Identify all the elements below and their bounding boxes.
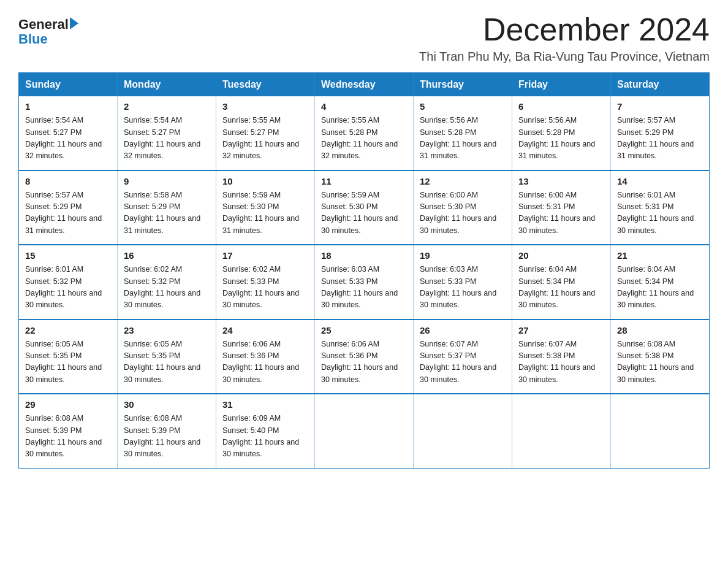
day-info: Sunrise: 5:56 AMSunset: 5:28 PMDaylight:…	[420, 115, 506, 163]
calendar-cell: 14 Sunrise: 6:01 AMSunset: 5:31 PMDaylig…	[611, 170, 710, 245]
day-number: 24	[222, 325, 308, 335]
day-number: 30	[124, 399, 210, 410]
day-info: Sunrise: 6:03 AMSunset: 5:33 PMDaylight:…	[321, 264, 407, 312]
day-info: Sunrise: 6:08 AMSunset: 5:38 PMDaylight:…	[617, 339, 703, 386]
day-info: Sunrise: 5:57 AMSunset: 5:29 PMDaylight:…	[25, 190, 111, 237]
calendar-cell: 23 Sunrise: 6:05 AMSunset: 5:35 PMDaylig…	[118, 320, 216, 394]
day-info: Sunrise: 6:07 AMSunset: 5:38 PMDaylight:…	[518, 339, 604, 386]
calendar-cell: 11 Sunrise: 5:59 AMSunset: 5:30 PMDaylig…	[315, 170, 414, 245]
day-info: Sunrise: 6:06 AMSunset: 5:36 PMDaylight:…	[321, 339, 407, 386]
calendar-header-thursday: Thursday	[414, 73, 512, 97]
calendar-cell: 19 Sunrise: 6:03 AMSunset: 5:33 PMDaylig…	[414, 245, 512, 320]
day-number: 18	[321, 250, 407, 261]
day-info: Sunrise: 6:09 AMSunset: 5:40 PMDaylight:…	[222, 413, 308, 461]
calendar-cell: 4 Sunrise: 5:55 AMSunset: 5:28 PMDayligh…	[315, 96, 414, 170]
calendar-cell	[315, 394, 414, 468]
day-info: Sunrise: 5:55 AMSunset: 5:28 PMDaylight:…	[321, 115, 407, 163]
day-number: 14	[617, 176, 703, 186]
day-number: 4	[321, 101, 407, 112]
day-number: 13	[518, 176, 604, 186]
day-info: Sunrise: 6:03 AMSunset: 5:33 PMDaylight:…	[420, 264, 506, 312]
day-number: 17	[222, 250, 308, 261]
day-info: Sunrise: 6:01 AMSunset: 5:31 PMDaylight:…	[617, 190, 703, 237]
day-number: 23	[124, 325, 210, 335]
day-number: 12	[420, 176, 506, 186]
calendar-cell	[611, 394, 710, 468]
calendar-cell: 28 Sunrise: 6:08 AMSunset: 5:38 PMDaylig…	[611, 320, 710, 394]
day-info: Sunrise: 6:02 AMSunset: 5:33 PMDaylight:…	[222, 264, 308, 312]
calendar-cell: 16 Sunrise: 6:02 AMSunset: 5:32 PMDaylig…	[118, 245, 216, 320]
day-number: 10	[222, 176, 308, 186]
day-info: Sunrise: 6:02 AMSunset: 5:32 PMDaylight:…	[124, 264, 210, 312]
calendar-cell: 8 Sunrise: 5:57 AMSunset: 5:29 PMDayligh…	[19, 170, 118, 245]
calendar-cell: 13 Sunrise: 6:00 AMSunset: 5:31 PMDaylig…	[512, 170, 611, 245]
calendar-cell: 20 Sunrise: 6:04 AMSunset: 5:34 PMDaylig…	[512, 245, 611, 320]
location-title: Thi Tran Phu My, Ba Ria-Vung Tau Provinc…	[419, 50, 710, 64]
day-info: Sunrise: 6:08 AMSunset: 5:39 PMDaylight:…	[124, 413, 210, 461]
day-number: 20	[518, 250, 604, 261]
logo-arrow-icon	[70, 17, 78, 29]
calendar-header-friday: Friday	[512, 73, 611, 97]
day-number: 5	[420, 101, 506, 112]
calendar-header-tuesday: Tuesday	[216, 73, 315, 97]
calendar-cell: 3 Sunrise: 5:55 AMSunset: 5:27 PMDayligh…	[216, 96, 315, 170]
day-info: Sunrise: 5:56 AMSunset: 5:28 PMDaylight:…	[518, 115, 604, 163]
calendar-week-row: 1 Sunrise: 5:54 AMSunset: 5:27 PMDayligh…	[19, 96, 710, 170]
day-info: Sunrise: 6:04 AMSunset: 5:34 PMDaylight:…	[518, 264, 604, 312]
calendar-cell: 15 Sunrise: 6:01 AMSunset: 5:32 PMDaylig…	[19, 245, 118, 320]
day-info: Sunrise: 6:08 AMSunset: 5:39 PMDaylight:…	[25, 413, 111, 461]
calendar-cell: 22 Sunrise: 6:05 AMSunset: 5:35 PMDaylig…	[19, 320, 118, 394]
day-number: 26	[420, 325, 506, 335]
calendar-cell: 30 Sunrise: 6:08 AMSunset: 5:39 PMDaylig…	[118, 394, 216, 468]
calendar-cell: 7 Sunrise: 5:57 AMSunset: 5:29 PMDayligh…	[611, 96, 710, 170]
day-info: Sunrise: 5:59 AMSunset: 5:30 PMDaylight:…	[222, 190, 308, 237]
day-info: Sunrise: 6:06 AMSunset: 5:36 PMDaylight:…	[222, 339, 308, 386]
calendar-cell: 17 Sunrise: 6:02 AMSunset: 5:33 PMDaylig…	[216, 245, 315, 320]
day-info: Sunrise: 5:54 AMSunset: 5:27 PMDaylight:…	[124, 115, 210, 163]
page-header: General Blue December 2024 Thi Tran Phu …	[18, 12, 710, 64]
day-number: 11	[321, 176, 407, 186]
logo-general-text: General	[18, 17, 69, 32]
day-number: 22	[25, 325, 111, 335]
calendar-cell: 25 Sunrise: 6:06 AMSunset: 5:36 PMDaylig…	[315, 320, 414, 394]
calendar-week-row: 15 Sunrise: 6:01 AMSunset: 5:32 PMDaylig…	[19, 245, 710, 320]
day-info: Sunrise: 6:04 AMSunset: 5:34 PMDaylight:…	[617, 264, 703, 312]
day-info: Sunrise: 5:55 AMSunset: 5:27 PMDaylight:…	[222, 115, 308, 163]
calendar-cell	[512, 394, 611, 468]
day-number: 15	[25, 250, 111, 261]
calendar-header-monday: Monday	[118, 73, 216, 97]
calendar-header-sunday: Sunday	[19, 73, 118, 97]
calendar-cell: 18 Sunrise: 6:03 AMSunset: 5:33 PMDaylig…	[315, 245, 414, 320]
day-info: Sunrise: 5:57 AMSunset: 5:29 PMDaylight:…	[617, 115, 703, 163]
calendar-cell: 24 Sunrise: 6:06 AMSunset: 5:36 PMDaylig…	[216, 320, 315, 394]
day-info: Sunrise: 6:05 AMSunset: 5:35 PMDaylight:…	[25, 339, 111, 386]
calendar-week-row: 29 Sunrise: 6:08 AMSunset: 5:39 PMDaylig…	[19, 394, 710, 468]
calendar-cell: 29 Sunrise: 6:08 AMSunset: 5:39 PMDaylig…	[19, 394, 118, 468]
day-number: 31	[222, 399, 308, 410]
day-number: 25	[321, 325, 407, 335]
day-number: 16	[124, 250, 210, 261]
calendar-header-saturday: Saturday	[611, 73, 710, 97]
day-number: 2	[124, 101, 210, 112]
calendar-cell: 5 Sunrise: 5:56 AMSunset: 5:28 PMDayligh…	[414, 96, 512, 170]
day-number: 21	[617, 250, 703, 261]
day-number: 8	[25, 176, 111, 186]
calendar-cell: 2 Sunrise: 5:54 AMSunset: 5:27 PMDayligh…	[118, 96, 216, 170]
calendar-cell: 31 Sunrise: 6:09 AMSunset: 5:40 PMDaylig…	[216, 394, 315, 468]
calendar-cell: 27 Sunrise: 6:07 AMSunset: 5:38 PMDaylig…	[512, 320, 611, 394]
day-info: Sunrise: 6:01 AMSunset: 5:32 PMDaylight:…	[25, 264, 111, 312]
calendar-cell: 21 Sunrise: 6:04 AMSunset: 5:34 PMDaylig…	[611, 245, 710, 320]
title-block: December 2024 Thi Tran Phu My, Ba Ria-Vu…	[419, 12, 710, 64]
day-number: 9	[124, 176, 210, 186]
day-number: 28	[617, 325, 703, 335]
day-info: Sunrise: 5:54 AMSunset: 5:27 PMDaylight:…	[25, 115, 111, 163]
logo-blue-text: Blue	[18, 31, 48, 47]
day-info: Sunrise: 6:00 AMSunset: 5:30 PMDaylight:…	[420, 190, 506, 237]
day-number: 27	[518, 325, 604, 335]
calendar-week-row: 22 Sunrise: 6:05 AMSunset: 5:35 PMDaylig…	[19, 320, 710, 394]
calendar-cell: 10 Sunrise: 5:59 AMSunset: 5:30 PMDaylig…	[216, 170, 315, 245]
day-number: 7	[617, 101, 703, 112]
day-number: 6	[518, 101, 604, 112]
day-info: Sunrise: 6:05 AMSunset: 5:35 PMDaylight:…	[124, 339, 210, 386]
calendar-header-row: SundayMondayTuesdayWednesdayThursdayFrid…	[19, 73, 710, 97]
